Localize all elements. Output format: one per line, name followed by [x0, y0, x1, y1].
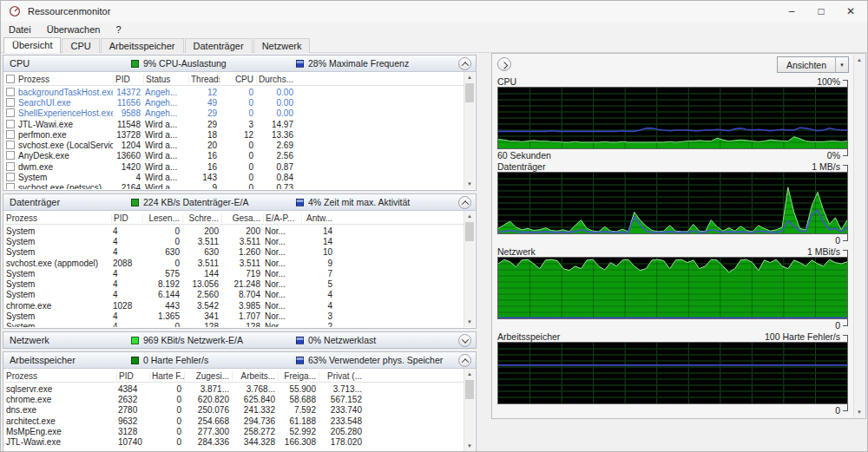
scroll-down-icon[interactable]: ▼ — [854, 407, 865, 417]
expand-button[interactable] — [458, 334, 471, 347]
table-row[interactable]: System46306301.260Nor...10 — [4, 247, 464, 258]
menu-item-help[interactable]: ? — [108, 24, 128, 35]
table-row[interactable]: backgroundTaskHost.exe14372Angeh...1200.… — [4, 87, 464, 97]
column-header-lesen[interactable]: Lesen... — [142, 213, 182, 223]
scrollbar-thumb[interactable] — [465, 380, 474, 399]
section-header-arbeitsspeicher[interactable]: Arbeitsspeicher0 Harte Fehler/s63% Verwe… — [3, 352, 476, 369]
row-checkbox[interactable] — [6, 162, 15, 171]
column-header-antw[interactable]: Antw... — [301, 213, 335, 223]
table-row[interactable]: architect.exe96320254.668294.73661.18823… — [4, 416, 464, 426]
table-scrollbar[interactable]: ▲▼ — [464, 369, 475, 451]
scale-bracket-top-icon — [843, 335, 848, 342]
column-header-privat[interactable]: Privat (... — [319, 371, 365, 381]
column-header-pid[interactable]: PID — [116, 371, 149, 381]
table-row[interactable]: System4575144719Nor...7 — [4, 268, 464, 278]
cell-e-a-p: Nor... — [263, 269, 301, 278]
table-row[interactable]: dns.exe27800250.076241.3327.592233.740 — [4, 405, 464, 416]
table-scrollbar[interactable]: ▲▼ — [464, 72, 475, 189]
scroll-up-icon[interactable]: ▲ — [464, 211, 475, 221]
collapse-button[interactable] — [458, 354, 471, 367]
row-checkbox[interactable] — [6, 98, 15, 107]
menu-item-ueberwachen[interactable]: Überwachen — [39, 24, 108, 35]
cell-prozess: System — [4, 237, 111, 246]
scroll-up-icon[interactable]: ▲ — [854, 55, 865, 65]
row-checkbox[interactable] — [6, 88, 15, 96]
column-header-durchs[interactable]: Durchs... — [256, 75, 296, 84]
column-header-gesa[interactable]: Gesa... — [221, 213, 263, 223]
column-header-pid[interactable]: PID — [113, 75, 143, 84]
table-row[interactable]: ShellExperienceHost.exe9588Angeh...2900.… — [4, 108, 464, 119]
table-row[interactable]: System48.19213.05621.248Nor...5 — [4, 278, 464, 289]
legend-green: 969 KBit/s Netzwerk-E/A — [131, 335, 296, 345]
table-row[interactable]: System41.3653411.707Nor...3 — [4, 311, 464, 321]
section-header-netzwerk[interactable]: Netzwerk969 KBit/s Netzwerk-E/A0% Netzwe… — [3, 332, 476, 349]
table-row[interactable]: SearchUI.exe11656Angeh...4900.00 — [4, 97, 464, 108]
row-checkbox[interactable] — [6, 183, 15, 189]
table-row[interactable]: sqlservr.exe438403.871...3.768...55.9003… — [4, 383, 464, 394]
collapse-button[interactable] — [458, 57, 471, 70]
column-header-freiga[interactable]: Freiga... — [278, 371, 319, 381]
column-header-prozess[interactable]: Prozess — [4, 371, 116, 381]
table-row[interactable]: System40200200Nor...14 — [4, 226, 464, 236]
scroll-up-icon[interactable]: ▲ — [464, 72, 475, 82]
graphs-panel-scrollbar[interactable]: ▲ ▼ — [853, 55, 865, 417]
column-header-cpu[interactable]: CPU — [220, 75, 256, 84]
column-header-arbeits[interactable]: Arbeits... — [232, 371, 278, 381]
scroll-down-icon[interactable]: ▼ — [464, 179, 475, 189]
table-row[interactable]: MsMpEng.exe31280277.300258.27252.992205.… — [4, 426, 464, 436]
table-row[interactable]: svchost.exe (LocalServiceNo...1204Wird a… — [4, 140, 464, 150]
views-button[interactable]: Ansichten ▼ — [777, 56, 849, 73]
table-row[interactable]: svchost.exe (netsvcs)2164Wird a...900.73 — [4, 183, 464, 189]
row-checkbox[interactable] — [6, 108, 15, 117]
minimize-button[interactable]: – — [777, 1, 806, 22]
tab-uebersicht[interactable]: Übersicht — [3, 37, 61, 53]
section-header-cpu[interactable]: CPU9% CPU-Auslastung28% Maximale Frequen… — [3, 56, 476, 72]
maximize-button[interactable]: □ — [806, 1, 836, 22]
row-checkbox[interactable] — [6, 151, 15, 160]
tab-netzwerk[interactable]: Netzwerk — [253, 38, 311, 53]
table-row[interactable]: dwm.exe1420Wird a...1600.87 — [4, 161, 464, 172]
row-checkbox[interactable] — [6, 120, 15, 128]
column-header-pid[interactable]: PID — [111, 213, 142, 223]
table-row[interactable]: JTL-Wawi.exe107400284.336344.328166.3081… — [4, 436, 464, 447]
scrollbar-thumb[interactable] — [465, 83, 474, 102]
table-row[interactable]: System403.5113.511Nor...14 — [4, 236, 464, 246]
graph-pane-collapse-button[interactable] — [497, 57, 511, 71]
table-row[interactable]: chrome.exe26320620.820625.84058.688567.1… — [4, 394, 464, 404]
column-header-schre[interactable]: Schre... — [182, 213, 221, 223]
table-row[interactable]: svchost.exe (appmodel)208803.5113.511Nor… — [4, 258, 464, 268]
column-header-zugesi[interactable]: Zugesi... — [184, 371, 232, 381]
tab-datentraeger[interactable]: Datenträger — [185, 38, 253, 53]
table-row[interactable]: chrome.exe10284433.5423.985Nor...4 — [4, 300, 464, 311]
table-row[interactable]: AnyDesk.exe13660Wird a...1602.56 — [4, 151, 464, 161]
select-all-checkbox[interactable] — [6, 75, 15, 83]
scroll-down-icon[interactable]: ▼ — [464, 441, 475, 451]
row-checkbox[interactable] — [6, 141, 15, 149]
column-header-prozess[interactable]: Prozess — [4, 213, 111, 223]
table-row[interactable]: JTL-Wawi.exe11548Wird a...29314.97 — [4, 119, 464, 129]
close-button[interactable]: ✕ — [836, 1, 865, 22]
cell-gesa: 3.985 — [221, 301, 263, 311]
legend-green: 224 KB/s Datenträger-E/A — [131, 197, 296, 207]
table-row[interactable]: System46.1442.5608.704Nor...4 — [4, 290, 464, 300]
menu-item-datei[interactable]: Datei — [1, 24, 39, 35]
column-header-harte-f[interactable]: Harte F... — [149, 371, 184, 381]
collapse-button[interactable] — [458, 196, 471, 209]
scrollbar-thumb[interactable] — [465, 222, 474, 241]
section-header-datentraeger[interactable]: Datenträger224 KB/s Datenträger-E/A4% Ze… — [3, 194, 476, 211]
column-header-e-a-p[interactable]: E/A-P... — [263, 213, 301, 223]
row-checkbox[interactable] — [6, 173, 15, 181]
scroll-down-icon[interactable]: ▼ — [464, 317, 475, 327]
row-checkbox[interactable] — [6, 130, 15, 139]
table-scrollbar[interactable]: ▲▼ — [464, 211, 475, 327]
table-row[interactable]: System40128128Nor...2 — [4, 322, 464, 327]
views-dropdown-arrow-icon[interactable]: ▼ — [835, 57, 848, 72]
column-header-status[interactable]: Status — [143, 75, 188, 84]
table-row[interactable]: System4Wird a...14300.84 — [4, 172, 464, 182]
column-header-prozess[interactable]: Prozess — [4, 75, 113, 84]
scroll-up-icon[interactable]: ▲ — [464, 369, 475, 379]
tab-arbeitsspeicher[interactable]: Arbeitsspeicher — [101, 38, 184, 53]
tab-cpu[interactable]: CPU — [62, 38, 99, 53]
column-header-threads[interactable]: Threads — [188, 75, 220, 84]
table-row[interactable]: perfmon.exe13728Wird a...181213.36 — [4, 129, 464, 140]
